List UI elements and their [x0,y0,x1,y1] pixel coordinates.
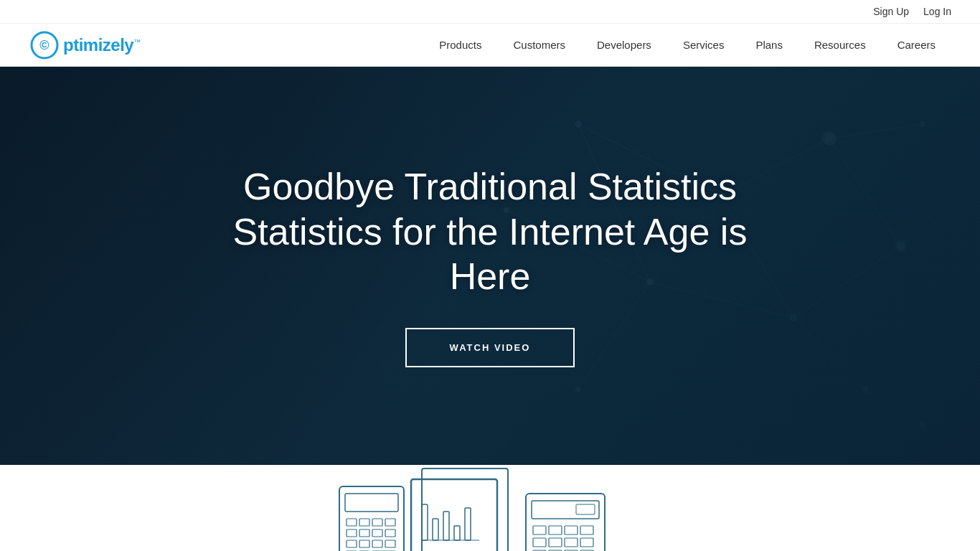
nav-item-products[interactable]: Products [423,24,497,67]
nav-link-careers[interactable]: Careers [882,24,951,67]
watch-video-button[interactable]: WATCH VIDEO [405,328,575,367]
svg-rect-30 [345,494,398,512]
svg-rect-60 [549,526,562,534]
svg-rect-41 [372,540,382,547]
hero-content: Goodbye Traditional Statistics Statistic… [167,164,813,367]
nav-link-developers[interactable]: Developers [581,24,667,67]
svg-rect-58 [576,504,595,514]
hero-headline-line1: Goodbye Traditional Statistics [196,164,784,209]
svg-rect-32 [359,519,369,526]
nav-links: Products Customers Developers Services P… [423,24,951,67]
svg-rect-64 [549,538,562,547]
svg-text:©: © [39,38,49,52]
svg-rect-52 [443,512,449,540]
hero-headline-line2: Statistics for the Internet Age is Here [196,209,784,299]
nav-link-products[interactable]: Products [423,24,497,67]
hero-headline: Goodbye Traditional Statistics Statistic… [196,164,784,298]
svg-rect-34 [385,519,395,526]
below-fold-section [0,465,980,551]
svg-rect-39 [347,540,357,547]
svg-rect-57 [532,501,599,519]
svg-rect-38 [385,529,395,537]
svg-rect-65 [565,538,578,547]
nav-item-careers[interactable]: Careers [882,24,951,67]
main-nav: © ptimizely™ Products Customers Develope… [0,24,980,67]
logo-area: © ptimizely™ [29,29,141,61]
svg-rect-37 [372,529,382,537]
svg-rect-42 [385,540,395,547]
svg-rect-63 [533,538,546,547]
logo-link[interactable]: © ptimizely™ [29,29,141,61]
nav-item-developers[interactable]: Developers [581,24,667,67]
utility-bar: Sign Up Log In [0,0,980,24]
signup-link[interactable]: Sign Up [873,6,909,17]
svg-rect-33 [372,519,382,526]
svg-rect-53 [454,526,460,540]
nav-link-plans[interactable]: Plans [740,24,798,67]
svg-rect-62 [580,526,593,534]
logo-wordmark: ptimizely™ [63,35,141,55]
svg-rect-66 [580,538,593,547]
svg-rect-51 [433,519,438,540]
device-illustrations [268,465,712,551]
nav-link-services[interactable]: Services [667,24,740,67]
svg-rect-59 [533,526,546,534]
svg-rect-54 [465,508,471,540]
svg-rect-61 [565,526,578,534]
svg-rect-50 [422,504,428,540]
nav-item-customers[interactable]: Customers [497,24,581,67]
svg-rect-31 [347,519,357,526]
nav-item-resources[interactable]: Resources [798,24,882,67]
hero-section: Goodbye Traditional Statistics Statistic… [0,67,980,465]
logo-icon: © [29,29,60,61]
svg-rect-40 [359,540,369,547]
login-link[interactable]: Log In [923,6,951,17]
nav-link-customers[interactable]: Customers [497,24,581,67]
svg-rect-36 [359,529,369,537]
svg-rect-35 [347,529,357,537]
nav-item-plans[interactable]: Plans [740,24,798,67]
nav-item-services[interactable]: Services [667,24,740,67]
nav-link-resources[interactable]: Resources [798,24,882,67]
